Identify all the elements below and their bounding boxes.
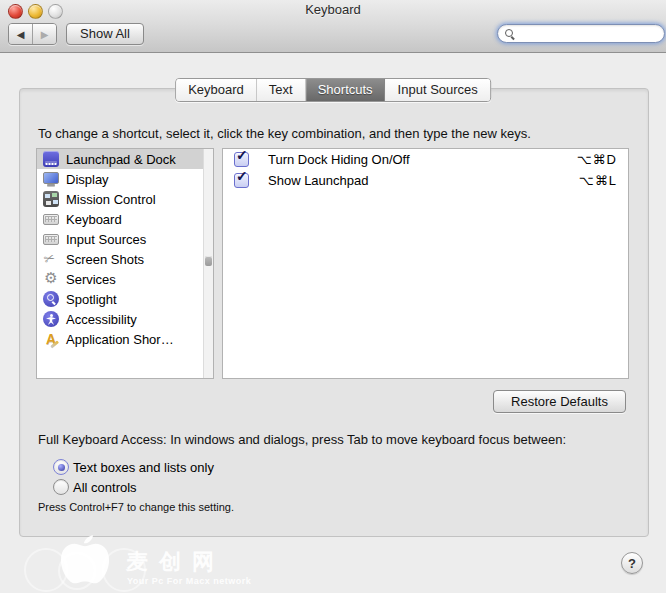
window-title: Keyboard — [0, 0, 666, 22]
tab[interactable]: Text — [257, 79, 306, 101]
tab[interactable]: Keyboard — [176, 79, 257, 101]
shortcut-categories-list: Launchpad & Dock Display Mission Control… — [36, 148, 214, 379]
shortcut-keys: ⌥⌘D — [577, 152, 617, 167]
shortcut-row[interactable]: ✓ Turn Dock Hiding On/Off ⌥⌘D — [223, 149, 628, 170]
search-input[interactable] — [504, 27, 666, 41]
sidebar-scroll-thumb[interactable] — [205, 256, 212, 266]
sidebar-item[interactable]: Services — [37, 269, 213, 289]
sidebar-item-label: Keyboard — [66, 212, 122, 227]
sidebar-item-label: Mission Control — [66, 192, 156, 207]
shortcut-row[interactable]: ✓ Show Launchpad ⌥⌘L — [223, 170, 628, 191]
shortcut-keys: ⌥⌘L — [579, 173, 617, 188]
shortcut-categories-rows: Launchpad & Dock Display Mission Control… — [37, 149, 213, 349]
help-button[interactable]: ? — [621, 552, 643, 574]
sidebar-item[interactable]: Mission Control — [37, 189, 213, 209]
window-header: Keyboard ◀ ▶ Show All — [0, 0, 666, 53]
show-all-button[interactable]: Show All — [66, 23, 144, 45]
sidebar-item[interactable]: Accessibility — [37, 309, 213, 329]
keyboard-icon — [43, 211, 59, 227]
sidebar-item[interactable]: Keyboard — [37, 209, 213, 229]
sidebar-item[interactable]: Input Sources — [37, 229, 213, 249]
mission-control-icon — [43, 191, 59, 207]
keyboard-preferences-window: Keyboard ◀ ▶ Show All Keyboard Text Shor… — [0, 0, 666, 593]
tab-bar: Keyboard Text Shortcuts Input Sources — [175, 78, 491, 102]
restore-defaults-button[interactable]: Restore Defaults — [493, 390, 626, 413]
app-shortcuts-icon — [43, 331, 59, 347]
sidebar-item[interactable]: Screen Shots — [37, 249, 213, 269]
search-field[interactable] — [497, 24, 665, 43]
shortcut-label: Show Launchpad — [268, 173, 368, 188]
services-icon — [43, 271, 59, 287]
sidebar-item-label: Spotlight — [66, 292, 117, 307]
radio-button[interactable] — [53, 479, 69, 495]
tab[interactable]: Shortcuts — [306, 79, 386, 101]
watermark-ghost-shape — [102, 548, 146, 592]
checkmark-icon: ✓ — [236, 147, 248, 163]
accessibility-icon — [43, 311, 59, 327]
shortcut-checkbox[interactable]: ✓ — [234, 173, 249, 188]
sidebar-item[interactable]: Spotlight — [37, 289, 213, 309]
sidebar-item-label: Application Shor… — [66, 332, 174, 347]
instruction-text: To change a shortcut, select it, click t… — [38, 126, 531, 141]
apple-logo-icon — [54, 534, 116, 592]
watermark: 麦创网 Your Pc For Macx network — [6, 534, 336, 593]
watermark-ghost-shape — [24, 548, 68, 592]
sidebar-item-label: Services — [66, 272, 116, 287]
radio-all-controls[interactable]: All controls — [53, 479, 137, 495]
shortcut-label: Turn Dock Hiding On/Off — [268, 152, 410, 167]
sidebar-item-label: Input Sources — [66, 232, 146, 247]
history-nav: ◀ ▶ — [8, 23, 57, 45]
sidebar-item-label: Display — [66, 172, 109, 187]
watermark-ghost-shape — [58, 552, 96, 590]
checkmark-icon: ✓ — [236, 168, 248, 184]
sidebar-item-label: Launchpad & Dock — [66, 152, 176, 167]
back-button[interactable]: ◀ — [9, 24, 33, 44]
spotlight-icon — [43, 291, 59, 307]
watermark-subtitle: Your Pc For Macx network — [127, 576, 251, 586]
sidebar-item[interactable]: Launchpad & Dock — [37, 149, 213, 169]
input-sources-icon — [43, 231, 59, 247]
radio-label: Text boxes and lists only — [73, 460, 214, 475]
screen-shots-icon — [43, 251, 59, 267]
dock-icon — [43, 151, 59, 167]
change-setting-note: Press Control+F7 to change this setting. — [38, 501, 234, 513]
radio-button-selected[interactable] — [53, 459, 69, 475]
shortcut-checkbox[interactable]: ✓ — [234, 152, 249, 167]
sidebar-item-label: Screen Shots — [66, 252, 144, 267]
shortcuts-list: ✓ Turn Dock Hiding On/Off ⌥⌘D ✓ Show Lau… — [222, 148, 629, 379]
sidebar-item[interactable]: Application Shor… — [37, 329, 213, 349]
full-keyboard-access-heading: Full Keyboard Access: In windows and dia… — [38, 432, 566, 447]
tab[interactable]: Input Sources — [386, 79, 490, 101]
sidebar-item-label: Accessibility — [66, 312, 137, 327]
watermark-title: 麦创网 — [126, 547, 225, 577]
display-icon — [43, 171, 59, 187]
forward-button[interactable]: ▶ — [33, 24, 56, 44]
radio-label: All controls — [73, 480, 137, 495]
radio-text-boxes-and-lists[interactable]: Text boxes and lists only — [53, 459, 214, 475]
sidebar-item[interactable]: Display — [37, 169, 213, 189]
sidebar-scrollbar[interactable] — [203, 149, 213, 378]
